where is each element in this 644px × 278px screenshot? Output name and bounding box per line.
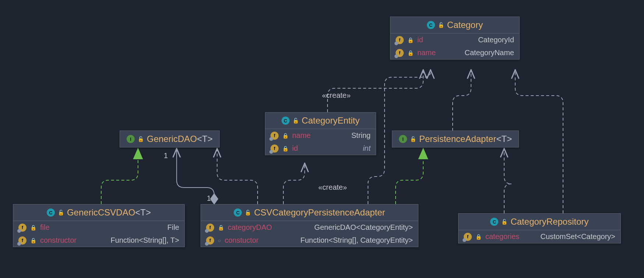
field-icon: f — [270, 145, 279, 153]
class-icon: C — [427, 21, 435, 29]
field-name: name — [417, 49, 436, 57]
lock-icon: 🔒 — [30, 225, 36, 231]
field-type: Function<String[], T> — [111, 236, 179, 245]
field-type: CategoryName — [464, 49, 514, 57]
class-icon: C — [282, 117, 290, 125]
field-row: f 🔒 name String — [265, 129, 376, 142]
field-row: f 🔒 id CategoryId — [390, 33, 519, 46]
field-name: name — [292, 131, 311, 140]
field-name: constructor — [40, 236, 77, 245]
field-type: int — [363, 144, 371, 153]
field-type: GenericDAO<CategoryEntity> — [314, 223, 413, 232]
generic-param: <T> — [135, 207, 151, 217]
field-icon: f — [206, 224, 214, 232]
interface-name: GenericDAO — [147, 134, 197, 144]
field-row: f 🔒 id int — [265, 142, 376, 155]
field-icon: f — [18, 224, 26, 232]
visibility-icon: 🔓 — [438, 22, 444, 28]
uml-diagram-canvas: C 🔓 Category f 🔒 id CategoryId f 🔒 name … — [0, 0, 644, 278]
class-category-repository[interactable]: C 🔓 CategoryRepository f 🔒 categories Cu… — [458, 213, 621, 243]
lock-icon: 🔒 — [407, 37, 414, 43]
interface-title: I 🔓 PersistenceAdapter<T> — [392, 131, 519, 147]
field-icon: f — [396, 49, 404, 57]
class-name: GenericCSVDAO — [67, 207, 135, 217]
interface-icon: I — [127, 135, 135, 143]
field-name: categories — [485, 232, 519, 241]
class-icon: C — [47, 208, 55, 217]
field-name: id — [292, 144, 298, 153]
class-title: C 🔓 CategoryRepository — [459, 214, 620, 230]
field-name: categoryDAO — [228, 223, 272, 232]
field-row: f 🔒 constructor Function<String[], T> — [13, 234, 184, 247]
interface-icon: I — [399, 135, 407, 143]
class-category[interactable]: C 🔓 Category f 🔒 id CategoryId f 🔒 name … — [390, 17, 520, 60]
field-type: CustomSet<Category> — [541, 232, 615, 241]
field-row: f 🔒 categoryDAO GenericDAO<CategoryEntit… — [201, 221, 418, 234]
class-title: C 🔓 Category — [390, 17, 519, 33]
field-row: f 🔒 file File — [13, 221, 184, 234]
field-type: CategoryId — [478, 36, 514, 44]
field-type: String — [351, 131, 371, 140]
field-row: f ○ constuctor Function<String[], Catego… — [201, 234, 418, 247]
field-name: id — [417, 36, 423, 44]
field-row: f 🔒 categories CustomSet<Category> — [459, 230, 620, 243]
class-category-entity[interactable]: C 🔓 CategoryEntity f 🔒 name String f 🔒 i… — [265, 112, 376, 155]
field-name: file — [40, 223, 50, 232]
class-title: C 🔓 CategoryEntity — [265, 113, 376, 129]
multiplicity-label: 1 — [207, 194, 211, 203]
class-title: C 🔓 GenericCSVDAO<T> — [13, 204, 184, 221]
field-row: f 🔒 name CategoryName — [390, 46, 519, 59]
field-icon: f — [396, 36, 404, 44]
stereotype-label: «create» — [318, 183, 347, 192]
class-name: CSVCategoryPersistenceAdapter — [254, 207, 385, 218]
lock-icon: 🔒 — [30, 238, 36, 243]
class-name: CategoryEntity — [302, 115, 360, 126]
generic-param: <T> — [197, 134, 213, 144]
lock-icon: 🔒 — [282, 146, 289, 152]
visibility-icon: 🔓 — [138, 136, 144, 142]
stereotype-label: «create» — [322, 91, 351, 100]
class-title: C 🔓 CSVCategoryPersistenceAdapter — [201, 204, 418, 221]
lock-icon: 🔒 — [475, 234, 482, 240]
generic-param: <T> — [496, 134, 512, 144]
class-csv-category-persistence-adapter[interactable]: C 🔓 CSVCategoryPersistenceAdapter f 🔒 ca… — [201, 204, 418, 247]
interface-name: PersistenceAdapter — [419, 134, 496, 144]
visibility-icon: 🔓 — [410, 136, 416, 142]
multiplicity-label: 1 — [164, 152, 168, 160]
class-generic-csv-dao[interactable]: C 🔓 GenericCSVDAO<T> f 🔒 file File f 🔒 c… — [13, 204, 185, 247]
unlock-icon: ○ — [218, 238, 221, 243]
field-type: Function<String[], CategoryEntity> — [300, 236, 413, 245]
interface-title: I 🔓 GenericDAO<T> — [120, 131, 219, 147]
lock-icon: 🔒 — [218, 225, 224, 231]
field-icon: f — [206, 236, 214, 245]
lock-icon: 🔒 — [407, 50, 414, 56]
field-icon: f — [270, 132, 279, 140]
field-icon: f — [18, 236, 26, 245]
interface-persistence-adapter[interactable]: I 🔓 PersistenceAdapter<T> — [392, 131, 519, 147]
class-icon: C — [234, 208, 242, 217]
class-name: CategoryRepository — [510, 217, 588, 227]
visibility-icon: 🔓 — [58, 210, 64, 215]
class-icon: C — [490, 218, 498, 226]
lock-icon: 🔒 — [282, 133, 289, 139]
visibility-icon: 🔓 — [293, 118, 299, 124]
field-type: File — [167, 223, 179, 232]
visibility-icon: 🔓 — [501, 219, 507, 225]
field-icon: f — [464, 233, 472, 241]
class-name: Category — [447, 20, 483, 30]
field-name: constuctor — [224, 236, 258, 245]
visibility-icon: 🔓 — [245, 210, 251, 215]
interface-generic-dao[interactable]: I 🔓 GenericDAO<T> — [120, 131, 220, 147]
